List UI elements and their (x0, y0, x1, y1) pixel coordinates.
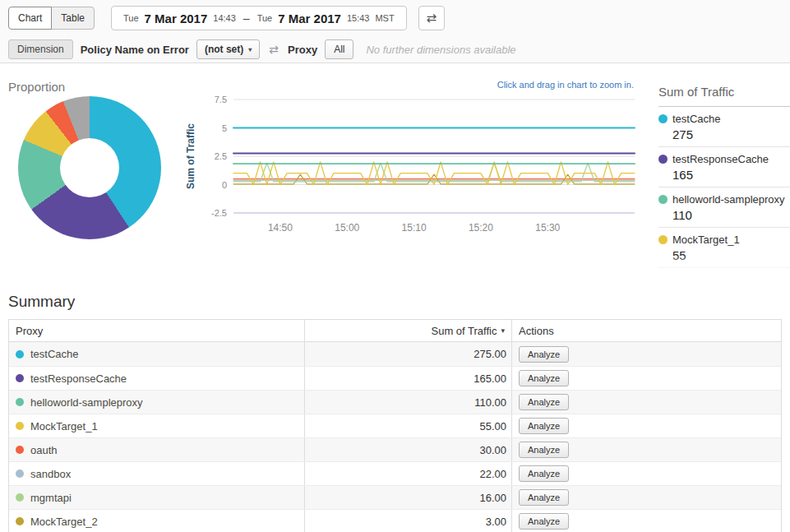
actions-cell: Analyze (512, 486, 781, 509)
zoom-hint: Click and drag in chart to zoom in. (497, 80, 634, 90)
proxy-color-dot (16, 493, 24, 502)
end-date: 7 Mar 2017 (278, 12, 341, 25)
end-day: Tue (257, 13, 273, 23)
y-axis-tick-label: 2.5 (215, 151, 227, 161)
legend-item-value: 110 (672, 208, 790, 222)
chart-section: Proportion -2.502.557.514:5015:0015:1015… (0, 63, 790, 281)
traffic-value: 16.00 (305, 486, 512, 509)
date-range-separator: – (243, 12, 250, 25)
proportion-donut[interactable] (18, 96, 161, 239)
traffic-value: 165.00 (305, 367, 512, 390)
column-header-proxy[interactable]: Proxy (9, 320, 305, 341)
actions-cell: Analyze (512, 438, 781, 461)
table-row: sandbox22.00Analyze (9, 461, 781, 485)
table-row: testCache275.00Analyze (9, 342, 781, 366)
legend-item[interactable]: testResponseCache165 (658, 147, 790, 187)
start-time: 14:43 (213, 13, 236, 23)
y-axis-tick-label: 7.5 (215, 95, 227, 104)
table-tab-button[interactable]: Table (51, 7, 95, 30)
proxy-color-dot (16, 398, 24, 406)
proportion-donut-chart[interactable] (18, 96, 161, 239)
legend-panel: Sum of Traffic testCache275testResponseC… (650, 81, 790, 277)
traffic-value: 55.00 (305, 414, 512, 437)
proxy-name: MockTarget_1 (30, 420, 98, 433)
traffic-value: 110.00 (305, 391, 512, 414)
table-row: MockTarget_23.00Analyze (9, 509, 781, 532)
analyze-button[interactable]: Analyze (519, 513, 569, 530)
analyze-button[interactable]: Analyze (519, 465, 569, 482)
analyze-button[interactable]: Analyze (519, 394, 569, 410)
table-header: Proxy Sum of Traffic ▾ Actions (9, 320, 781, 342)
actions-cell: Analyze (512, 462, 781, 485)
legend-item-label: helloworld-sampleproxy (672, 193, 785, 206)
y-axis-tick-label: 5 (222, 123, 227, 133)
proxy-name: mgmtapi (30, 492, 72, 504)
legend-item[interactable]: MockTarget_155 (658, 228, 790, 268)
proxy-color-dot (16, 446, 24, 454)
legend-item-label: testResponseCache (672, 153, 769, 165)
proxy-all-button[interactable]: All (325, 39, 353, 59)
y-axis-tick-label: 0 (222, 180, 227, 190)
actions-cell: Analyze (512, 510, 781, 532)
end-time: 15:43 (347, 13, 370, 23)
x-axis-tick-label: 15:10 (402, 222, 427, 234)
table-row: testResponseCache165.00Analyze (9, 366, 781, 390)
proxy-cell: testResponseCache (9, 367, 305, 390)
sort-caret-icon: ▾ (501, 326, 505, 335)
line-chart-area[interactable]: -2.502.557.514:5015:0015:1015:2015:30Sum… (182, 88, 643, 252)
column-header-sum-of-traffic[interactable]: Sum of Traffic ▾ (305, 320, 512, 341)
legend-color-dot (658, 114, 668, 123)
proxy-cell: helloworld-sampleproxy (9, 391, 305, 414)
dimension-bar: Dimension Policy Name on Error (not set)… (0, 36, 790, 63)
analyze-button[interactable]: Analyze (519, 489, 569, 506)
analyze-button[interactable]: Analyze (519, 418, 569, 434)
analyze-button[interactable]: Analyze (519, 442, 569, 458)
proxy-cell: MockTarget_2 (9, 510, 305, 532)
legend-color-dot (658, 155, 668, 164)
chart-tab-button[interactable]: Chart (8, 7, 52, 30)
column-header-actions: Actions (512, 320, 781, 341)
legend-item[interactable]: testCache275 (658, 107, 790, 147)
proxy-cell: sandbox (9, 462, 305, 485)
y-axis-tick-label: -2.5 (211, 208, 227, 218)
refresh-button[interactable]: ⇄ (418, 6, 445, 30)
topbar: Chart Table Tue 7 Mar 2017 14:43 – Tue 7… (0, 0, 790, 36)
timezone-label: MST (375, 13, 394, 23)
analyze-button[interactable]: Analyze (519, 346, 569, 363)
actions-cell: Analyze (512, 414, 781, 437)
proxy-name: testResponseCache (30, 372, 127, 385)
traffic-value: 275.00 (305, 342, 512, 366)
proxy-name: sandbox (30, 468, 71, 480)
proxy-color-dot (16, 422, 24, 430)
pivot-arrows-icon[interactable]: ⇄ (267, 43, 280, 56)
table-body: testCache275.00AnalyzetestResponseCache1… (9, 342, 781, 532)
y-axis-label: Sum of Traffic (185, 123, 196, 189)
x-axis-tick-label: 14:50 (268, 222, 293, 234)
legend-item[interactable]: helloworld-sampleproxy110 (658, 187, 790, 228)
start-date: 7 Mar 2017 (145, 12, 208, 25)
table-row: MockTarget_155.00Analyze (9, 414, 781, 437)
proportion-label: Proportion (8, 80, 65, 94)
donut-hole (60, 138, 119, 197)
legend-items: testCache275testResponseCache165hellowor… (658, 107, 790, 268)
date-range-picker[interactable]: Tue 7 Mar 2017 14:43 – Tue 7 Mar 2017 15… (111, 6, 407, 30)
x-axis-tick-label: 15:20 (469, 222, 493, 234)
start-day: Tue (123, 13, 139, 23)
proxy-cell: testCache (9, 342, 305, 366)
proxy-color-dot (16, 470, 24, 478)
x-axis-tick-label: 15:30 (535, 222, 560, 234)
traffic-line-chart[interactable]: -2.502.557.514:5015:0015:1015:2015:30Sum… (182, 88, 643, 252)
summary-section: Summary Proxy Sum of Traffic ▾ Actions t… (0, 293, 790, 532)
policy-dimension-value: (not set) (205, 44, 243, 55)
proxy-name: oauth (30, 444, 58, 456)
policy-dimension-dropdown[interactable]: (not set) ▾ (196, 39, 260, 59)
table-row: oauth30.00Analyze (9, 437, 781, 461)
refresh-icon: ⇄ (426, 11, 437, 25)
analyze-button[interactable]: Analyze (519, 370, 569, 386)
proxy-name: testCache (30, 348, 79, 360)
proxy-cell: oauth (9, 438, 305, 461)
proxy-color-dot (16, 374, 24, 382)
no-dimensions-note: No further dimensions available (366, 44, 515, 56)
x-axis-tick-label: 15:00 (335, 222, 359, 234)
traffic-value: 30.00 (305, 438, 512, 461)
